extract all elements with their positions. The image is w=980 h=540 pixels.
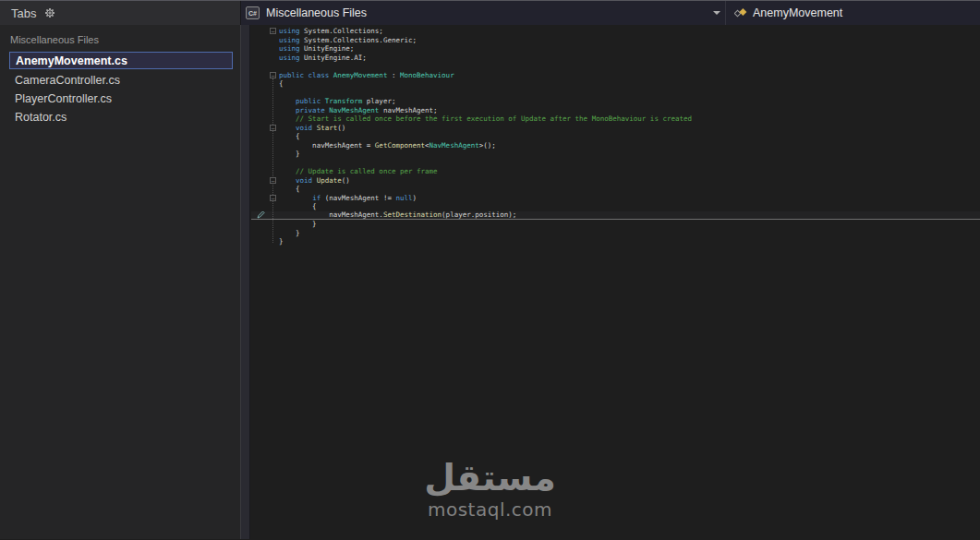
code-text: // Update is called once per frame [279,167,438,176]
code-token [279,194,312,202]
glyph-margin [251,229,270,237]
tabs-panel-title: Tabs [11,6,36,20]
glyph-margin [251,27,270,35]
glyph-margin [251,220,270,228]
fold-marker[interactable]: – [270,27,279,35]
glyph-margin [251,159,270,167]
code-token: System.Collections; [300,27,383,35]
code-token [279,124,296,132]
code-line[interactable]: –public class AnemyMovement : MonoBehavi… [251,71,980,80]
fold-collapse-icon[interactable]: – [270,28,276,34]
code-token: using [279,44,300,53]
code-token: } [279,150,300,158]
glyph-margin [251,141,270,150]
glyph-margin [251,176,270,185]
code-line[interactable] [251,159,980,168]
code-line[interactable]: private NavMeshAgent navMeshAgent; [251,106,980,115]
gear-icon[interactable] [44,7,55,18]
code-line[interactable]: navMeshAgent.SetDestination(player.posit… [251,211,980,221]
file-list-item[interactable]: CameraController.cs [0,71,240,90]
fold-collapse-icon[interactable]: – [270,177,276,184]
code-line[interactable]: { [251,132,980,141]
fold-collapse-icon[interactable]: – [270,72,276,78]
code-token: if [312,194,321,202]
code-line[interactable]: } [251,237,980,246]
fold-margin [270,202,279,210]
code-token: // Update is called once per frame [279,167,438,175]
code-token [279,106,296,114]
code-token [279,176,296,185]
fold-margin [270,79,279,88]
code-line[interactable]: –using System.Collections; [251,27,980,36]
code-token: GetComponent [375,141,425,150]
fold-collapse-icon[interactable]: – [270,125,276,131]
code-line[interactable] [251,89,980,98]
code-token: UnityEngine.AI; [300,54,367,62]
code-token: () [337,124,345,132]
code-text: { [279,79,284,89]
code-token: } [279,220,317,228]
code-text: using UnityEngine; [279,44,354,54]
chevron-down-icon[interactable] [713,11,720,15]
code-editor[interactable]: –using System.Collections;using System.C… [241,25,980,539]
code-line[interactable]: – void Update() [251,176,980,186]
code-line[interactable]: – if (navMeshAgent != null) [251,194,980,203]
code-line[interactable]: } [251,229,980,238]
top-bar: Tabs C# Miscellaneous Files [0,1,980,25]
file-list-item[interactable]: Rotator.cs [0,108,240,126]
class-icon [734,7,747,18]
code-area: –using System.Collections;using System.C… [251,25,980,539]
code-line[interactable] [251,62,980,71]
code-token: MonoBehaviour [400,71,454,79]
code-line[interactable]: using UnityEngine; [251,44,980,54]
project-dropdown[interactable]: C# Miscellaneous Files [241,1,725,25]
file-group-label: Miscellaneous Files [0,32,240,52]
code-text: // Start is called once before the first… [279,114,692,124]
fold-margin [270,185,279,193]
code-line[interactable]: public Transform player; [251,97,980,106]
code-token: (navMeshAgent != [321,194,395,202]
code-text: void Update() [279,176,350,186]
fold-marker[interactable]: – [270,176,279,185]
code-line[interactable]: using UnityEngine.AI; [251,54,980,63]
symbol-dropdown[interactable]: AnemyMovement [725,1,980,25]
code-token: } [279,229,300,237]
code-line[interactable]: // Update is called once per frame [251,167,980,176]
fold-marker[interactable]: – [270,194,279,202]
code-text: navMeshAgent.SetDestination(player.posit… [279,210,516,220]
file-list-panel: Miscellaneous Files AnemyMovement.csCame… [0,25,241,539]
code-line[interactable]: using System.Collections.Generic; [251,36,980,45]
fold-margin [270,44,279,53]
file-list-item[interactable]: PlayerController.cs [0,90,240,108]
fold-margin [270,167,279,175]
code-line[interactable]: navMeshAgent = GetComponent<NavMeshAgent… [251,141,980,150]
indicator-margin [241,25,250,539]
code-line[interactable]: } [251,220,980,229]
code-line[interactable]: // Start is called once before the first… [251,114,980,124]
glyph-margin [251,124,270,132]
main-area: Miscellaneous Files AnemyMovement.csCame… [0,25,980,539]
code-token: SetDestination [383,210,442,219]
code-token: (player.position); [442,210,516,219]
code-token: { [279,202,317,210]
csharp-file-icon: C# [246,6,260,19]
code-token: public [296,97,321,105]
fold-marker[interactable]: – [270,71,279,79]
code-text: } [279,237,284,246]
code-text: public Transform player; [279,97,395,106]
code-token: void [296,176,312,185]
glyph-margin [251,132,270,140]
glyph-margin [251,194,270,202]
fold-marker[interactable]: – [270,124,279,132]
code-line[interactable]: } [251,150,980,159]
code-line[interactable]: { [251,79,980,89]
fold-margin [270,62,279,70]
fold-margin [270,141,279,150]
code-token: // Start is called once before the first… [279,114,692,123]
fold-collapse-icon[interactable]: – [270,195,276,201]
glyph-margin [251,62,270,70]
code-line[interactable]: – void Start() [251,124,980,133]
glyph-margin [251,185,270,193]
code-line[interactable]: { [251,185,980,194]
file-list-item[interactable]: AnemyMovement.cs [9,52,233,69]
